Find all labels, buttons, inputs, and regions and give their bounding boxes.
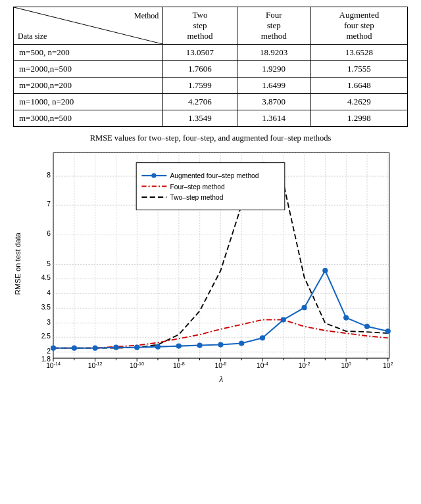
row-value: 1.3549 bbox=[163, 110, 237, 127]
y-label-25: 2.5 bbox=[41, 332, 51, 340]
row-label: m=2000,n=200 bbox=[14, 78, 163, 94]
row-label: m=1000, n=200 bbox=[14, 94, 163, 110]
svg-point-65 bbox=[385, 329, 390, 333]
chart-svg: 1.8 2 2.5 3 3.5 4 4.5 5 6 7 8 RMSE on te… bbox=[10, 146, 411, 409]
row-value: 4.2706 bbox=[163, 94, 237, 110]
row-value: 1.3614 bbox=[237, 110, 310, 127]
svg-point-61 bbox=[302, 306, 307, 310]
y-label-3: 3 bbox=[47, 319, 51, 326]
method-label: Method bbox=[134, 11, 159, 21]
y-label-45: 4.5 bbox=[41, 274, 51, 281]
corner-header: Method Data size bbox=[14, 7, 163, 45]
row-value: 1.7606 bbox=[163, 61, 237, 78]
y-label-4: 4 bbox=[47, 289, 51, 296]
row-label: m=500, n=200 bbox=[14, 45, 163, 61]
svg-point-53 bbox=[135, 345, 139, 350]
row-label: m=2000,n=500 bbox=[14, 61, 163, 78]
svg-point-56 bbox=[197, 343, 202, 348]
x-label-2: 10-2 bbox=[299, 361, 310, 369]
row-value: 13.0507 bbox=[163, 45, 237, 61]
x-label-12: 10-12 bbox=[88, 361, 103, 369]
data-size-label: Data size bbox=[18, 32, 47, 41]
y-label-2: 2 bbox=[47, 348, 51, 355]
x-label-0: 100 bbox=[341, 361, 351, 369]
row-value: 1.9290 bbox=[237, 61, 310, 78]
row-value: 1.6648 bbox=[310, 78, 407, 94]
row-value: 1.7599 bbox=[163, 78, 237, 94]
legend-two-label: Two–step method bbox=[170, 194, 223, 201]
table-row: m=3000,n=5001.35491.36141.2998 bbox=[14, 110, 408, 127]
svg-point-49 bbox=[51, 346, 55, 350]
row-value: 4.2629 bbox=[310, 94, 407, 110]
svg-point-58 bbox=[239, 341, 244, 346]
row-value: 18.9203 bbox=[237, 45, 310, 61]
table-section: Method Data size Twostepmethod Fourstepm… bbox=[0, 0, 421, 133]
x-axis-title: λ bbox=[219, 374, 224, 384]
legend-augmented-marker bbox=[151, 173, 156, 178]
svg-point-50 bbox=[72, 346, 76, 350]
x-label-4: 10-4 bbox=[257, 361, 268, 369]
legend-augmented-label: Augmented four–step method bbox=[170, 172, 259, 179]
y-label-6: 6 bbox=[47, 230, 51, 237]
y-axis-title: RMSE on test data bbox=[14, 232, 22, 294]
svg-point-54 bbox=[155, 344, 160, 349]
results-table: Method Data size Twostepmethod Fourstepm… bbox=[13, 7, 408, 127]
table-row: m=500, n=20013.050718.920313.6528 bbox=[14, 45, 408, 61]
svg-point-51 bbox=[93, 346, 97, 350]
svg-point-59 bbox=[260, 336, 264, 340]
x-label-14: 10-14 bbox=[46, 361, 61, 369]
svg-point-63 bbox=[344, 315, 349, 320]
row-value: 13.6528 bbox=[310, 45, 407, 61]
x-label-10: 10-10 bbox=[130, 361, 144, 369]
y-label-7: 7 bbox=[47, 200, 51, 208]
y-label-35: 3.5 bbox=[41, 304, 51, 311]
x-tick-marks bbox=[53, 358, 388, 361]
svg-point-52 bbox=[114, 345, 118, 350]
row-label: m=3000,n=500 bbox=[14, 110, 163, 127]
svg-point-62 bbox=[323, 268, 328, 273]
svg-point-64 bbox=[364, 324, 369, 329]
svg-point-55 bbox=[176, 344, 181, 348]
row-value: 1.7555 bbox=[310, 61, 407, 78]
x-label-6: 10-6 bbox=[214, 361, 226, 369]
row-value: 3.8700 bbox=[237, 94, 310, 110]
y-label-5: 5 bbox=[47, 260, 51, 267]
col-augmented: Augmentedfour stepmethod bbox=[310, 7, 407, 45]
table-row: m=1000, n=2004.27063.87004.2629 bbox=[14, 94, 408, 110]
y-label-8: 8 bbox=[47, 172, 51, 179]
legend-four-label: Four–step method bbox=[170, 183, 224, 191]
col-four-step: Fourstepmethod bbox=[237, 7, 310, 45]
table-row: m=2000,n=5001.76061.92901.7555 bbox=[14, 61, 408, 78]
table-row: m=2000,n=2001.75991.64991.6648 bbox=[14, 78, 408, 94]
chart-title: RMSE values for two–step, four–step, and… bbox=[10, 133, 411, 143]
x-label-8: 10-8 bbox=[173, 361, 185, 369]
x-axis-labels: 10-14 10-12 10-10 10-8 10-6 10-4 10-2 10… bbox=[46, 361, 393, 369]
x-label-2pos: 102 bbox=[383, 361, 393, 369]
svg-point-60 bbox=[281, 317, 285, 322]
row-value: 1.2998 bbox=[310, 110, 407, 127]
col-two-step: Twostepmethod bbox=[163, 7, 237, 45]
chart-container: 1.8 2 2.5 3 3.5 4 4.5 5 6 7 8 RMSE on te… bbox=[10, 146, 411, 409]
row-value: 1.6499 bbox=[237, 78, 310, 94]
chart-section: RMSE values for two–step, four–step, and… bbox=[0, 133, 421, 415]
svg-point-57 bbox=[218, 342, 223, 347]
y-axis-labels: 1.8 2 2.5 3 3.5 4 4.5 5 6 7 8 bbox=[41, 172, 51, 363]
